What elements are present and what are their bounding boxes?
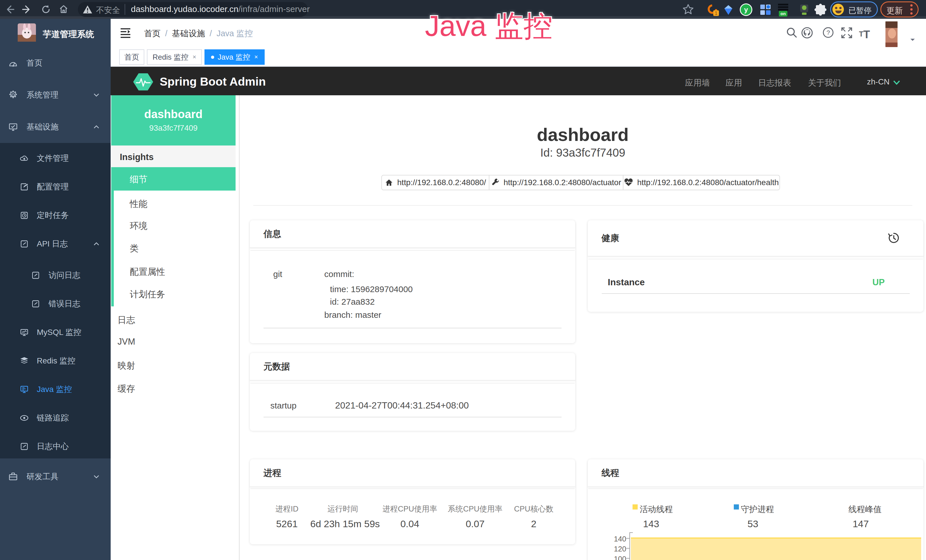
svg-text:y: y bbox=[744, 6, 748, 14]
svg-text:on: on bbox=[781, 11, 786, 16]
svg-text:1: 1 bbox=[715, 11, 717, 16]
svg-text:?: ? bbox=[826, 29, 830, 36]
